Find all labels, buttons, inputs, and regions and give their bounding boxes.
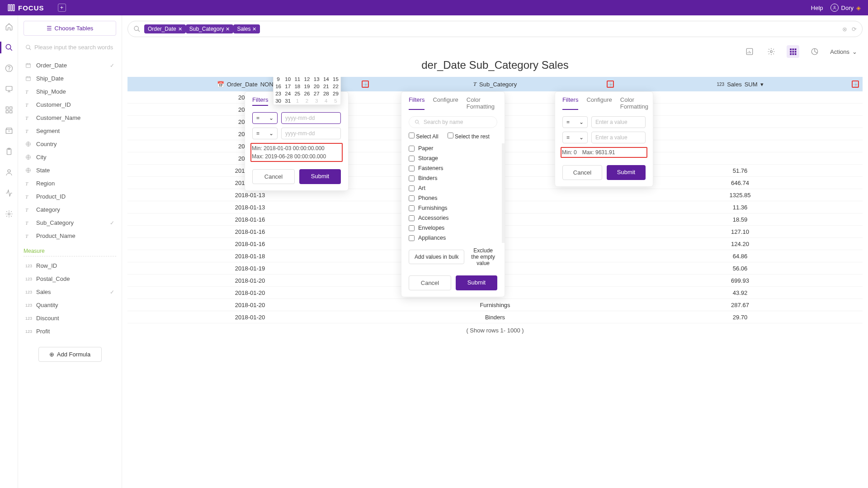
- calendar-day[interactable]: 31: [283, 97, 292, 104]
- tab-configure[interactable]: Configure: [433, 96, 458, 110]
- calendar-day[interactable]: 24: [283, 90, 292, 97]
- submit-button[interactable]: Submit: [456, 275, 497, 290]
- query-bar[interactable]: Order_Date ✕Sub_Category ✕Sales ✕ ⊗ ⟳: [127, 21, 863, 37]
- field-item[interactable]: TSub_Category✓: [24, 216, 116, 229]
- submit-button[interactable]: Submit: [299, 169, 341, 184]
- add-formula-button[interactable]: ⊕ Add Formula: [38, 347, 102, 362]
- category-checkbox[interactable]: [409, 205, 415, 211]
- settings-icon[interactable]: [5, 210, 13, 218]
- col-sales[interactable]: 123 Sales SUM ▾: [618, 81, 863, 88]
- category-item[interactable]: Furnishings: [401, 203, 502, 213]
- field-item[interactable]: TCustomer_Name: [24, 111, 116, 124]
- bulk-add-button[interactable]: Add values in bulk: [409, 250, 464, 264]
- table-row[interactable]: 2018-01-20Furnishings287.67: [127, 299, 863, 311]
- calendar-day[interactable]: 19: [302, 83, 311, 90]
- help-link[interactable]: Help: [811, 5, 823, 11]
- field-item[interactable]: 123Profit: [24, 325, 116, 338]
- category-checkbox[interactable]: [409, 146, 415, 152]
- field-item[interactable]: TShip_Mode: [24, 85, 116, 98]
- date-input[interactable]: yyyy-mm-dd: [281, 128, 341, 139]
- category-checkbox[interactable]: [409, 235, 415, 241]
- calendar-day[interactable]: 23: [274, 90, 283, 97]
- query-chip[interactable]: Sales ✕: [233, 24, 260, 33]
- field-item[interactable]: State: [24, 164, 116, 177]
- calendar-day[interactable]: 12: [302, 77, 311, 83]
- table-row[interactable]: 2018-01-20Binders29.70: [127, 311, 863, 323]
- category-item[interactable]: Accessories: [401, 213, 502, 223]
- clipboard-icon[interactable]: [5, 147, 13, 156]
- operator-select[interactable]: =⌄: [252, 112, 278, 124]
- actions-menu[interactable]: Actions ⌄: [830, 48, 857, 55]
- pie-icon[interactable]: [808, 45, 821, 58]
- category-checkbox[interactable]: [409, 225, 415, 231]
- category-checkbox[interactable]: [409, 185, 415, 191]
- col-gear-icon[interactable]: [362, 81, 369, 88]
- tab-filters[interactable]: Filters: [562, 96, 578, 110]
- user-menu[interactable]: Dory ◈: [830, 4, 861, 12]
- col-gear-icon[interactable]: [852, 81, 859, 88]
- calendar-day[interactable]: 18: [292, 83, 302, 90]
- refresh-icon[interactable]: ⟳: [852, 26, 857, 33]
- calendar-day[interactable]: 1: [292, 97, 302, 104]
- field-search[interactable]: Please input the search words: [24, 42, 116, 52]
- field-item[interactable]: TRegion: [24, 177, 116, 190]
- chart-type-icon[interactable]: [743, 45, 756, 58]
- field-item[interactable]: City: [24, 151, 116, 164]
- cancel-button[interactable]: Cancel: [562, 165, 602, 180]
- category-checkbox[interactable]: [409, 215, 415, 221]
- help-nav-icon[interactable]: [5, 64, 13, 72]
- calendar-day[interactable]: 28: [321, 90, 331, 97]
- field-item[interactable]: TCategory: [24, 203, 116, 216]
- operator-select[interactable]: =⌄: [252, 128, 278, 139]
- tab-configure[interactable]: Configure: [586, 96, 612, 110]
- field-item[interactable]: Country: [24, 137, 116, 151]
- calendar-day[interactable]: 20: [312, 83, 321, 90]
- category-search[interactable]: Search by name: [409, 116, 497, 128]
- field-item[interactable]: TProduct_ID: [24, 190, 116, 203]
- choose-tables-button[interactable]: ☰ Choose Tables: [24, 21, 116, 36]
- field-item[interactable]: TCustomer_ID: [24, 98, 116, 111]
- home-icon[interactable]: [5, 23, 13, 31]
- calendar-day[interactable]: 2: [302, 97, 311, 104]
- calendar-day[interactable]: 16: [274, 83, 283, 90]
- col-sub-category[interactable]: T Sub_Category: [373, 81, 618, 88]
- cancel-button[interactable]: Cancel: [409, 275, 451, 290]
- category-item[interactable]: Paper: [401, 143, 502, 153]
- calendar-day[interactable]: 14: [321, 77, 331, 83]
- grid-nav-icon[interactable]: [5, 106, 13, 114]
- category-item[interactable]: Phones: [401, 193, 502, 203]
- calendar-day[interactable]: 10: [283, 77, 292, 83]
- field-item[interactable]: TProduct_Name: [24, 229, 116, 242]
- operator-select[interactable]: =⌄: [562, 132, 588, 143]
- field-item[interactable]: 123Postal_Code: [24, 272, 116, 285]
- remove-chip-icon[interactable]: ✕: [178, 26, 182, 32]
- tab-color[interactable]: Color Formatting: [620, 96, 648, 110]
- field-item[interactable]: 123Quantity: [24, 298, 116, 312]
- field-item[interactable]: 123Sales✓: [24, 285, 116, 298]
- calendar-day[interactable]: 4: [321, 97, 331, 104]
- calendar-day[interactable]: 11: [292, 77, 302, 83]
- config-icon[interactable]: [765, 45, 778, 58]
- category-item[interactable]: Envelopes: [401, 223, 502, 233]
- col-gear-icon[interactable]: [607, 81, 614, 88]
- tab-color[interactable]: Color Formatting: [467, 96, 497, 110]
- operator-select[interactable]: =⌄: [562, 116, 588, 128]
- category-item[interactable]: Appliances: [401, 233, 502, 243]
- category-item[interactable]: Storage: [401, 153, 502, 163]
- calendar-day[interactable]: 29: [331, 90, 340, 97]
- field-item[interactable]: Order_Date✓: [24, 59, 116, 72]
- category-item[interactable]: Fasteners: [401, 163, 502, 173]
- field-item[interactable]: TSegment: [24, 124, 116, 137]
- category-checkbox[interactable]: [409, 175, 415, 181]
- category-item[interactable]: Binders: [401, 173, 502, 183]
- remove-chip-icon[interactable]: ✕: [226, 26, 230, 32]
- calendar-day[interactable]: 15: [331, 77, 340, 83]
- calendar-day[interactable]: 5: [331, 97, 340, 104]
- clear-icon[interactable]: ⊗: [842, 26, 847, 33]
- exclude-empty-label[interactable]: Exclude the empty value: [469, 247, 497, 266]
- archive-icon[interactable]: [5, 127, 13, 135]
- date-input[interactable]: yyyy-mm-dd: [281, 112, 341, 124]
- tab-filters[interactable]: Filters: [252, 96, 268, 106]
- calendar-day[interactable]: 13: [312, 77, 321, 83]
- category-checkbox[interactable]: [409, 195, 415, 201]
